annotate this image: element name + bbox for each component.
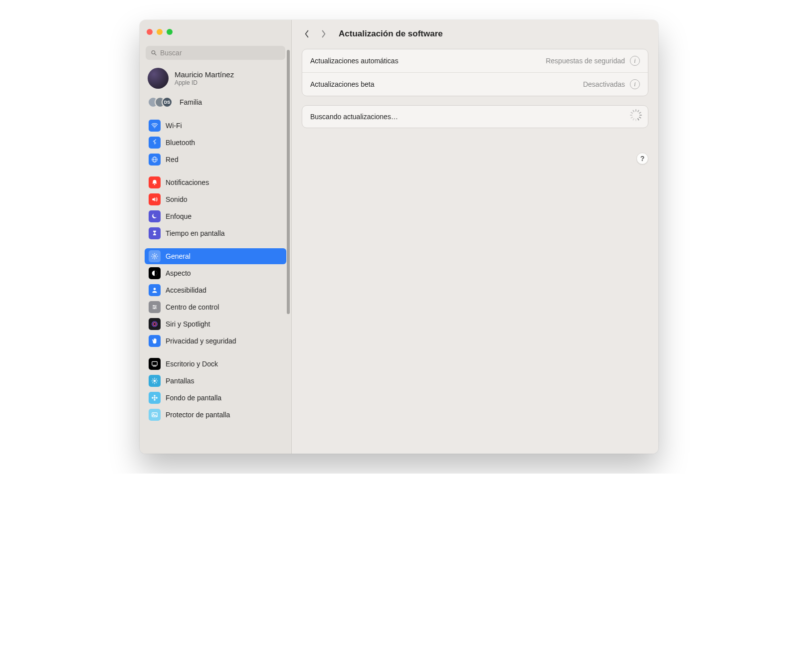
- search-input[interactable]: [160, 49, 280, 57]
- svg-line-26: [156, 382, 157, 383]
- minimize-window-button[interactable]: [157, 29, 163, 35]
- svg-point-15: [154, 308, 155, 309]
- family-avatar-group: DS: [148, 97, 173, 108]
- sidebar-item-desktop[interactable]: Escritorio y Dock: [145, 356, 286, 372]
- row-value: Desactivadas: [583, 80, 625, 88]
- svg-point-6: [154, 184, 155, 185]
- sidebar-item-label: Wi-Fi: [166, 122, 182, 130]
- sliders-icon: [149, 301, 161, 313]
- sidebar-item-wallpaper[interactable]: Fondo de pantalla: [145, 390, 286, 406]
- family-row[interactable]: DS Familia: [145, 94, 286, 115]
- main-content: Actualización de software Actualizacione…: [292, 20, 658, 454]
- sidebar-item-accessibility[interactable]: Accesibilidad: [145, 282, 286, 298]
- chevron-right-icon: [321, 30, 327, 38]
- hand-icon: [149, 335, 161, 347]
- svg-point-7: [154, 255, 156, 257]
- info-button-auto[interactable]: i: [630, 56, 640, 66]
- globe-icon: [149, 154, 161, 166]
- family-label: Familia: [180, 98, 202, 106]
- svg-point-16: [152, 322, 158, 327]
- sidebar-item-label: Notificaciones: [166, 178, 209, 186]
- svg-point-30: [154, 395, 156, 397]
- sidebar-item-screentime[interactable]: Tiempo en pantalla: [145, 225, 286, 241]
- speaker-icon: [149, 193, 161, 205]
- search-field-container[interactable]: [146, 46, 285, 60]
- photo-icon: [149, 409, 161, 421]
- sun-icon: [149, 375, 161, 387]
- svg-point-20: [154, 380, 156, 382]
- apple-id-account[interactable]: Mauricio Martínez Apple ID: [145, 65, 286, 94]
- sidebar-item-wifi[interactable]: Wi-Fi: [145, 118, 286, 134]
- sidebar-item-appearance[interactable]: Aspecto: [145, 265, 286, 281]
- sidebar-item-label: General: [166, 252, 191, 260]
- sidebar-item-siri[interactable]: Siri y Spotlight: [145, 316, 286, 332]
- sidebar-item-label: Siri y Spotlight: [166, 320, 210, 328]
- row-automatic-updates[interactable]: Actualizaciones automáticas Respuestas d…: [302, 49, 648, 72]
- sidebar-item-displays[interactable]: Pantallas: [145, 373, 286, 389]
- sidebar-item-network[interactable]: Red: [145, 152, 286, 168]
- back-button[interactable]: [302, 28, 312, 40]
- bell-icon: [149, 176, 161, 188]
- sidebar-item-screensaver[interactable]: Protector de pantalla: [145, 407, 286, 423]
- account-sub: Apple ID: [175, 79, 234, 86]
- svg-rect-19: [153, 366, 157, 366]
- chevron-left-icon: [304, 30, 310, 38]
- dock-icon: [149, 358, 161, 370]
- sidebar-item-label: Accesibilidad: [166, 286, 206, 294]
- sidebar-item-privacy[interactable]: Privacidad y seguridad: [145, 333, 286, 349]
- spinner-icon: [631, 112, 640, 121]
- info-button-beta[interactable]: i: [630, 79, 640, 89]
- sidebar: Mauricio Martínez Apple ID DS Familia Wi…: [140, 20, 292, 454]
- sidebar-item-label: Fondo de pantalla: [166, 394, 221, 402]
- updates-settings-panel: Actualizaciones automáticas Respuestas d…: [302, 49, 648, 96]
- gear-icon: [149, 250, 161, 262]
- sidebar-item-focus[interactable]: Enfoque: [145, 208, 286, 224]
- sidebar-item-general[interactable]: General: [145, 248, 286, 264]
- moon-icon: [149, 210, 161, 222]
- flower-icon: [149, 392, 161, 404]
- sidebar-item-notifications[interactable]: Notificaciones: [145, 174, 286, 190]
- siri-icon: [149, 318, 161, 330]
- sidebar-item-label: Tiempo en pantalla: [166, 229, 225, 237]
- sidebar-item-controlcenter[interactable]: Centro de control: [145, 299, 286, 315]
- settings-window: Mauricio Martínez Apple ID DS Familia Wi…: [140, 20, 658, 454]
- avatar: [148, 68, 169, 89]
- checking-label: Buscando actualizaciones…: [310, 113, 398, 121]
- sidebar-item-label: Aspecto: [166, 269, 191, 277]
- sidebar-scrollbar[interactable]: [287, 50, 290, 449]
- row-beta-updates[interactable]: Actualizaciones beta Desactivadas i: [302, 72, 648, 96]
- sidebar-item-bluetooth[interactable]: Bluetooth: [145, 135, 286, 151]
- search-icon: [151, 49, 157, 56]
- svg-line-27: [153, 382, 153, 383]
- row-value: Respuestas de seguridad: [546, 57, 625, 65]
- sidebar-item-label: Protector de pantalla: [166, 411, 230, 419]
- forward-button: [319, 28, 329, 40]
- sidebar-item-label: Pantallas: [166, 377, 195, 385]
- svg-point-2: [154, 127, 155, 128]
- account-name: Mauricio Martínez: [175, 70, 234, 79]
- page-title: Actualización de software: [339, 29, 443, 39]
- svg-point-13: [153, 305, 154, 306]
- zoom-window-button[interactable]: [167, 29, 173, 35]
- svg-line-1: [155, 54, 156, 55]
- svg-point-14: [155, 307, 156, 308]
- svg-point-31: [154, 399, 156, 401]
- svg-line-25: [153, 379, 153, 379]
- help-button[interactable]: ?: [636, 153, 648, 165]
- close-window-button[interactable]: [147, 29, 153, 35]
- bluetooth-icon: [149, 137, 161, 149]
- sidebar-item-label: Bluetooth: [166, 139, 195, 147]
- svg-rect-18: [152, 361, 158, 365]
- checking-panel: Buscando actualizaciones…: [302, 105, 648, 128]
- sidebar-item-label: Enfoque: [166, 212, 192, 220]
- contrast-icon: [149, 267, 161, 279]
- svg-point-9: [154, 288, 156, 290]
- row-checking: Buscando actualizaciones…: [302, 106, 648, 128]
- sidebar-item-sound[interactable]: Sonido: [145, 191, 286, 207]
- svg-point-33: [156, 397, 158, 399]
- sidebar-scroll[interactable]: Mauricio Martínez Apple ID DS Familia Wi…: [140, 42, 291, 454]
- titlebar: Actualización de software: [292, 20, 658, 47]
- sidebar-item-label: Centro de control: [166, 303, 219, 311]
- svg-point-17: [153, 323, 156, 326]
- svg-line-28: [156, 379, 157, 379]
